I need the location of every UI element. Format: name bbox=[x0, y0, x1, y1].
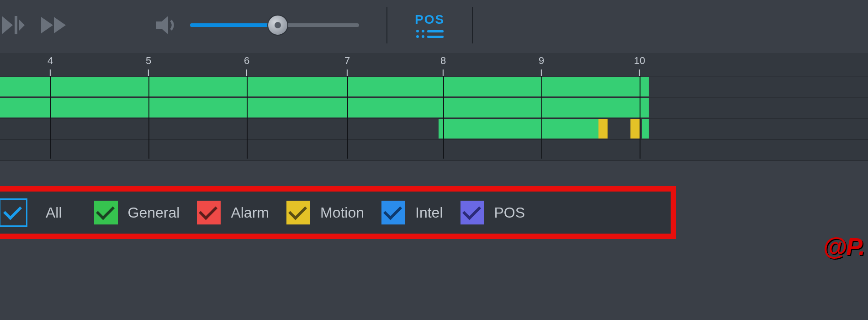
ruler-mark: 5 bbox=[146, 55, 151, 76]
filter-all-label: All bbox=[46, 204, 62, 221]
fast-forward-icon bbox=[39, 11, 71, 39]
filter-item-intel: Intel bbox=[381, 201, 443, 224]
pos-label: POS bbox=[415, 12, 445, 27]
check-icon bbox=[288, 201, 307, 220]
volume-button[interactable] bbox=[153, 12, 179, 38]
grid-line bbox=[541, 76, 542, 159]
svg-rect-1 bbox=[15, 16, 17, 34]
filter-checkbox-pos[interactable] bbox=[460, 201, 484, 224]
pos-list-icon bbox=[416, 30, 444, 38]
check-icon bbox=[383, 201, 402, 220]
record-type-filter: All GeneralAlarmMotionIntelPOS bbox=[0, 186, 676, 239]
spacer bbox=[0, 159, 868, 186]
watermark-logo: @P. bbox=[823, 232, 864, 261]
track-area[interactable] bbox=[0, 76, 868, 159]
ruler-mark: 9 bbox=[539, 55, 544, 76]
check-icon bbox=[462, 201, 481, 220]
recording-clip[interactable] bbox=[642, 119, 649, 139]
recording-clip[interactable] bbox=[603, 119, 608, 139]
recording-clip[interactable] bbox=[503, 119, 599, 139]
filter-label: General bbox=[128, 204, 180, 221]
svg-marker-4 bbox=[54, 17, 66, 33]
grid-line bbox=[247, 76, 248, 159]
grid-line bbox=[50, 76, 51, 159]
ruler-mark: 6 bbox=[244, 55, 249, 76]
filter-checkbox-general[interactable] bbox=[94, 201, 118, 224]
ruler-mark: 4 bbox=[48, 55, 53, 76]
toolbar-divider bbox=[472, 7, 473, 43]
recording-clip[interactable] bbox=[0, 98, 649, 117]
filter-checkbox-motion[interactable] bbox=[286, 201, 310, 224]
playback-toolbar: POS bbox=[0, 0, 868, 50]
volume-slider-fill bbox=[190, 23, 278, 27]
svg-marker-5 bbox=[156, 16, 168, 34]
volume-slider-thumb[interactable] bbox=[267, 15, 288, 36]
pos-overlay-button[interactable]: POS bbox=[415, 12, 445, 38]
filter-item-motion: Motion bbox=[286, 201, 364, 224]
volume-control bbox=[153, 12, 359, 38]
ruler-mark: 7 bbox=[344, 55, 350, 76]
check-icon bbox=[96, 201, 115, 220]
step-forward-icon bbox=[0, 11, 26, 39]
grid-line bbox=[443, 76, 444, 159]
filter-checkbox-alarm[interactable] bbox=[197, 201, 221, 224]
toolbar-divider bbox=[386, 7, 387, 43]
recording-clip[interactable] bbox=[439, 119, 503, 139]
filter-label: POS bbox=[494, 204, 525, 221]
filter-item-pos: POS bbox=[460, 201, 525, 224]
timeline-track[interactable] bbox=[0, 97, 868, 118]
svg-marker-0 bbox=[2, 16, 13, 34]
filter-item-alarm: Alarm bbox=[197, 201, 269, 224]
filter-all-checkbox[interactable] bbox=[0, 198, 27, 227]
grid-line bbox=[347, 76, 348, 159]
filter-label: Motion bbox=[320, 204, 364, 221]
time-ruler[interactable]: 45678910 bbox=[0, 53, 868, 76]
svg-marker-2 bbox=[19, 20, 25, 31]
ruler-mark: 8 bbox=[440, 55, 446, 76]
timeline: 45678910 bbox=[0, 53, 868, 159]
speaker-icon bbox=[153, 12, 179, 38]
filter-checkbox-intel[interactable] bbox=[381, 201, 405, 224]
grid-line bbox=[148, 76, 149, 159]
filter-label: Alarm bbox=[231, 204, 269, 221]
timeline-track[interactable] bbox=[0, 118, 868, 139]
filter-item-general: General bbox=[94, 201, 180, 224]
svg-marker-3 bbox=[41, 17, 53, 33]
ruler-mark: 10 bbox=[634, 55, 645, 76]
check-icon bbox=[199, 201, 217, 220]
check-icon bbox=[3, 201, 22, 220]
filter-label: Intel bbox=[415, 204, 443, 221]
grid-line bbox=[640, 76, 640, 159]
volume-slider[interactable] bbox=[190, 23, 359, 27]
recording-clip[interactable] bbox=[0, 77, 649, 96]
recording-clip[interactable] bbox=[630, 119, 640, 139]
fast-forward-button[interactable] bbox=[39, 11, 71, 39]
step-forward-button[interactable] bbox=[0, 11, 26, 39]
timeline-track[interactable] bbox=[0, 76, 868, 97]
timeline-track[interactable] bbox=[0, 139, 868, 160]
